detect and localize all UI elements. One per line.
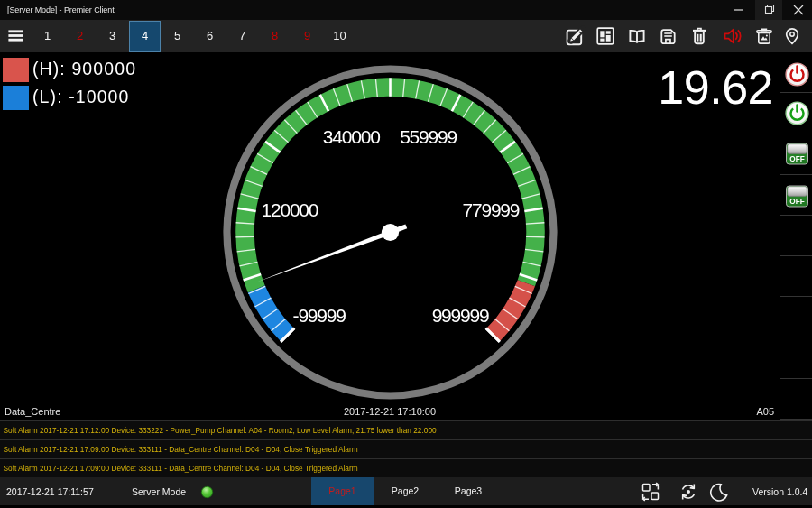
svg-text:120000: 120000 [261, 199, 318, 220]
svg-text:-99999: -99999 [293, 305, 346, 326]
svg-text:OFF: OFF [789, 197, 804, 205]
svg-text:999999: 999999 [432, 305, 489, 326]
svg-text:OFF: OFF [789, 155, 804, 163]
svg-text:779999: 779999 [462, 199, 519, 220]
svg-text:340000: 340000 [323, 126, 380, 147]
svg-text:559999: 559999 [400, 126, 457, 147]
